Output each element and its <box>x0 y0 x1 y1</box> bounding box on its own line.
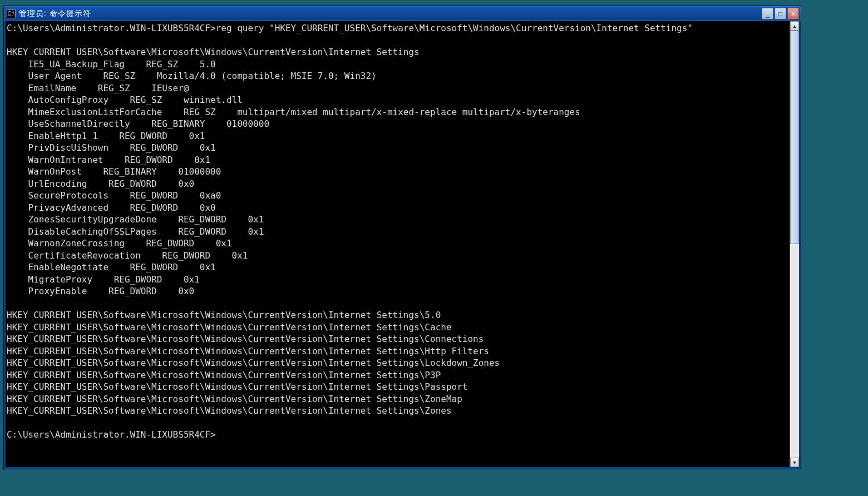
window-title: 管理员: 命令提示符 <box>19 9 762 19</box>
scroll-down-button[interactable]: ▼ <box>790 458 799 467</box>
titlebar[interactable]: C:\ 管理员: 命令提示符 _ □ ✕ <box>4 6 801 21</box>
cmd-icon: C:\ <box>7 9 16 18</box>
window-controls: _ □ ✕ <box>762 8 800 19</box>
terminal-output[interactable]: C:\Users\Administrator.WIN-LIXUBS5R4CF>r… <box>6 21 790 467</box>
command-prompt-window: C:\ 管理员: 命令提示符 _ □ ✕ C:\Users\Administra… <box>3 6 801 469</box>
vertical-scrollbar[interactable]: ▲ ▼ <box>790 21 799 467</box>
close-button[interactable]: ✕ <box>787 8 799 19</box>
client-area: C:\Users\Administrator.WIN-LIXUBS5R4CF>r… <box>4 21 801 469</box>
minimize-button[interactable]: _ <box>762 8 773 19</box>
scroll-up-button[interactable]: ▲ <box>790 21 799 31</box>
maximize-button[interactable]: □ <box>775 8 786 19</box>
scroll-track[interactable] <box>790 31 799 458</box>
scroll-thumb[interactable] <box>790 31 799 244</box>
